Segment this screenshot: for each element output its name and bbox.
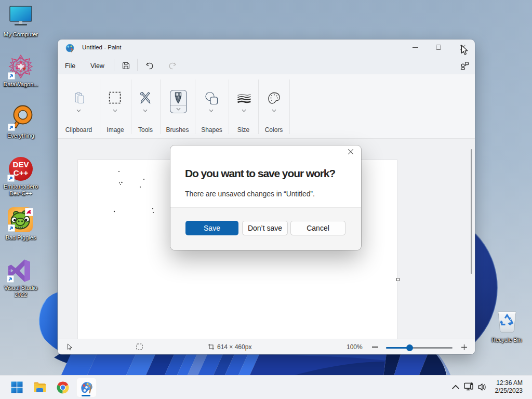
svg-text:DEV: DEV [13,160,29,169]
svg-text:C++: C++ [14,168,29,177]
